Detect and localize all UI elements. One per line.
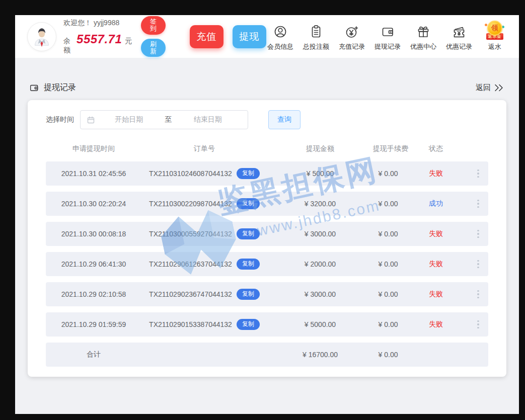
end-date-placeholder: 结束日期 bbox=[174, 115, 242, 124]
copy-button[interactable]: 复制 bbox=[237, 259, 260, 269]
row-time: 2021.10.30 00:08:18 bbox=[46, 230, 141, 238]
row-order-cell: TX2110310246087044132 复制 bbox=[141, 168, 267, 179]
row-time: 2021.10.31 02:45:56 bbox=[46, 170, 141, 178]
row-amount: ¥ 2000.00 bbox=[267, 260, 373, 268]
row-fee: ¥ 0.00 bbox=[373, 170, 403, 178]
row-more-menu[interactable] bbox=[469, 198, 488, 210]
row-more-menu[interactable] bbox=[469, 258, 488, 271]
table-row: 2021.10.29 06:41:30 TX211029061263704413… bbox=[46, 252, 488, 276]
total-label: 合计 bbox=[46, 350, 141, 359]
order-number: TX2110300055927044132 bbox=[149, 230, 232, 238]
copy-button[interactable]: 复制 bbox=[237, 168, 260, 179]
user-avatar-icon bbox=[30, 25, 53, 48]
table-row: 2021.10.31 02:45:56 TX211031024608704413… bbox=[46, 161, 488, 186]
nav-label: 会员信息 bbox=[267, 42, 293, 51]
date-separator: 至 bbox=[163, 115, 174, 124]
balance-line: 余额 5557.71 元 bbox=[63, 32, 132, 55]
row-amount: ¥ 3200.00 bbox=[267, 200, 373, 208]
query-button[interactable]: 查询 bbox=[268, 110, 301, 129]
pill-column: 签到 刷新 bbox=[141, 16, 165, 57]
row-amount: ¥ 5000.00 bbox=[267, 320, 373, 328]
deposit-button[interactable]: 充值 bbox=[190, 25, 223, 48]
table-row: 2021.10.30 00:08:18 TX211030005592704413… bbox=[46, 222, 488, 246]
row-order-cell: TX2110290612637044132 复制 bbox=[141, 259, 267, 269]
date-range-input[interactable]: 开始日期 至 结束日期 bbox=[80, 110, 248, 129]
col-time: 申请提现时间 bbox=[46, 144, 141, 153]
nav-member-info[interactable]: 会员信息 bbox=[266, 23, 294, 51]
nav-promo-center[interactable]: 优惠中心 bbox=[409, 23, 437, 51]
nav-rebate[interactable]: 返水金 领 返水 bbox=[481, 22, 509, 51]
total-fee: ¥ 0.00 bbox=[373, 351, 403, 359]
order-number: TX2110290153387044132 bbox=[149, 320, 232, 328]
copy-button[interactable]: 复制 bbox=[237, 228, 260, 239]
row-time: 2021.10.30 02:20:24 bbox=[46, 200, 141, 208]
row-time: 2021.10.29 02:10:58 bbox=[46, 290, 141, 298]
row-more-menu[interactable] bbox=[469, 228, 488, 240]
copy-button[interactable]: 复制 bbox=[237, 289, 260, 299]
status-text: 失败 bbox=[403, 290, 469, 299]
nav-label: 优惠中心 bbox=[410, 42, 436, 51]
col-status: 状态 bbox=[403, 144, 469, 153]
clipboard-icon bbox=[308, 23, 324, 40]
row-fee: ¥ 0.00 bbox=[373, 320, 403, 328]
page-title-text: 提现记录 bbox=[44, 82, 76, 93]
order-number: TX2110290612637044132 bbox=[149, 260, 232, 268]
page-title: 提现记录 bbox=[28, 82, 76, 94]
table-header: 申请提现时间 订单号 提现金额 提现手续费 状态 bbox=[46, 136, 488, 161]
row-time: 2021.10.29 06:41:30 bbox=[46, 260, 141, 268]
back-link[interactable]: 返回 bbox=[476, 83, 506, 93]
balance-unit: 元 bbox=[125, 37, 132, 46]
site-frame: 欢迎您！ yyjj9988 余额 5557.71 元 签到 刷新 充值 提现 bbox=[15, 15, 519, 414]
row-order-cell: TX2110300055927044132 复制 bbox=[141, 228, 267, 239]
row-more-menu[interactable] bbox=[469, 167, 488, 180]
withdraw-button[interactable]: 提现 bbox=[233, 25, 266, 48]
row-more-menu[interactable] bbox=[469, 288, 488, 301]
copy-button[interactable]: 复制 bbox=[237, 198, 260, 209]
total-row: 合计 ¥ 16700.00 ¥ 0.00 bbox=[46, 343, 488, 367]
nav-total-bets[interactable]: 总投注额 bbox=[302, 23, 330, 51]
row-fee: ¥ 0.00 bbox=[373, 290, 403, 298]
table-row: 2021.10.29 02:10:58 TX211029023674704413… bbox=[46, 282, 488, 306]
filter-row: 选择时间 开始日期 至 结束日期 查询 bbox=[46, 110, 488, 129]
nav-withdraw-records[interactable]: 提现记录 bbox=[373, 23, 402, 51]
gold-coin-icon: 返水金 领 bbox=[486, 22, 504, 40]
filter-label: 选择时间 bbox=[46, 115, 74, 124]
page-head: 提现记录 返回 bbox=[28, 82, 506, 94]
nav-label: 充值记录 bbox=[339, 42, 365, 51]
row-amount: ¥ 3000.00 bbox=[267, 230, 373, 238]
avatar[interactable] bbox=[27, 22, 56, 51]
order-number: TX2110310246087044132 bbox=[149, 170, 232, 178]
nav-label: 提现记录 bbox=[374, 42, 401, 51]
refresh-button[interactable]: 刷新 bbox=[141, 39, 165, 57]
order-number: TX2110290236747044132 bbox=[149, 290, 232, 298]
row-amount: ¥ 3000.00 bbox=[267, 290, 373, 298]
start-date-placeholder: 开始日期 bbox=[95, 115, 163, 124]
status-text: 失败 bbox=[403, 320, 469, 329]
col-order: 订单号 bbox=[141, 144, 267, 153]
top-nav: 会员信息 总投注额 bbox=[266, 22, 509, 51]
yen-circle-plus-icon bbox=[344, 23, 360, 40]
balance-value: 5557.71 bbox=[77, 32, 122, 46]
wallet-title-icon bbox=[28, 82, 40, 94]
row-time: 2021.10.29 01:59:59 bbox=[46, 320, 141, 328]
nav-promo-records[interactable]: 优惠记录 bbox=[445, 23, 473, 51]
top-bar: 欢迎您！ yyjj9988 余额 5557.71 元 签到 刷新 充值 提现 bbox=[15, 15, 519, 58]
table-row: 2021.10.30 02:20:24 TX211030022098704413… bbox=[46, 192, 488, 216]
row-more-menu[interactable] bbox=[469, 318, 488, 331]
signin-button[interactable]: 签到 bbox=[141, 16, 165, 35]
status-text: 失败 bbox=[403, 229, 469, 238]
nav-deposit-records[interactable]: 充值记录 bbox=[338, 23, 366, 51]
total-amount: ¥ 16700.00 bbox=[267, 351, 373, 359]
row-amount: ¥ 500.00 bbox=[267, 170, 373, 178]
copy-button[interactable]: 复制 bbox=[237, 319, 260, 329]
status-text: 成功 bbox=[403, 199, 469, 208]
welcome-text: 欢迎您！ yyjj9988 bbox=[63, 19, 132, 28]
table-body: 2021.10.31 02:45:56 TX211031024608704413… bbox=[46, 161, 488, 337]
status-text: 失败 bbox=[403, 169, 469, 178]
welcome-block: 欢迎您！ yyjj9988 余额 5557.71 元 bbox=[63, 19, 132, 55]
back-label: 返回 bbox=[476, 83, 491, 93]
withdraw-records-card: 鉴黑担保网 www.jhdb8.com 选择时间 开始日期 至 结束日期 查询 … bbox=[28, 100, 506, 377]
wallet-icon bbox=[380, 23, 396, 40]
row-fee: ¥ 0.00 bbox=[373, 200, 403, 208]
coin-text: 领 bbox=[487, 21, 502, 36]
